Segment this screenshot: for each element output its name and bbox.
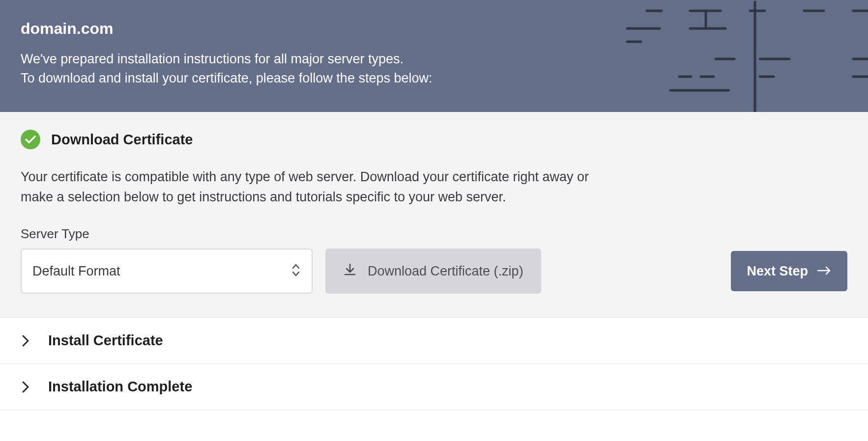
server-type-value: Default Format xyxy=(32,264,120,279)
step-download-certificate: Download Certificate Your certificate is… xyxy=(0,112,868,318)
download-button-label: Download Certificate (.zip) xyxy=(368,264,523,279)
step-complete-title: Installation Complete xyxy=(48,379,192,395)
download-icon xyxy=(343,263,357,280)
domain-title: domain.com xyxy=(21,20,847,38)
step-download-body: Your certificate is compatible with any … xyxy=(21,167,610,207)
step-install-certificate[interactable]: Install Certificate xyxy=(0,318,868,364)
step-title-row: Download Certificate xyxy=(21,130,847,149)
step-install-title: Install Certificate xyxy=(48,332,163,349)
header-description: We've prepared installation instructions… xyxy=(21,50,847,88)
arrow-right-icon xyxy=(817,264,832,279)
download-certificate-button[interactable]: Download Certificate (.zip) xyxy=(325,248,541,294)
next-button-label: Next Step xyxy=(747,264,808,279)
server-type-select-wrap: Default Format xyxy=(21,248,313,294)
chevron-right-icon xyxy=(21,335,30,347)
step-download-title: Download Certificate xyxy=(51,132,193,148)
step-installation-complete[interactable]: Installation Complete xyxy=(0,364,868,410)
next-step-button[interactable]: Next Step xyxy=(731,251,847,291)
checkmark-icon xyxy=(21,130,40,149)
chevron-right-icon xyxy=(21,381,30,393)
server-type-select[interactable]: Default Format xyxy=(21,248,313,294)
server-type-label: Server Type xyxy=(21,226,847,242)
page-header: domain.com We've prepared installation i… xyxy=(0,0,868,112)
header-desc-line1: We've prepared installation instructions… xyxy=(21,52,404,66)
controls-row: Default Format Download Certificate (.zi… xyxy=(21,248,847,294)
header-desc-line2: To download and install your certificate… xyxy=(21,71,432,85)
